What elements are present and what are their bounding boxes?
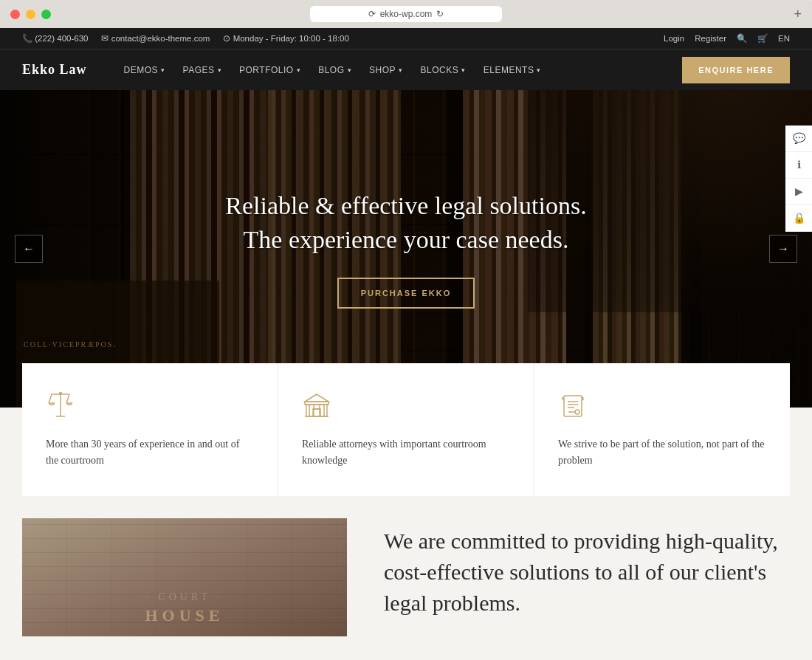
- svg-point-2: [60, 393, 62, 395]
- features-section: More than 30 years of experience in and …: [0, 408, 812, 496]
- browser-window: ⟳ ekko-wp.com ↻ + 📞 (222) 400-630 ✉ cont…: [0, 0, 812, 660]
- new-tab-button[interactable]: +: [794, 7, 802, 22]
- register-link[interactable]: Register: [695, 34, 726, 43]
- email-address: contact@ekko-theme.com: [111, 34, 210, 43]
- hero-next-arrow[interactable]: →: [769, 235, 797, 263]
- feature-card-2: Reliable attorneys with important courtr…: [278, 363, 534, 496]
- hero-section: COLL·VICEPRÆPOS. Reliable & effective le…: [0, 90, 812, 408]
- top-bar-right: Login Register 🔍 🛒 EN: [664, 33, 790, 44]
- hero-prev-arrow[interactable]: ←: [15, 235, 43, 263]
- chevron-down-icon: ▾: [161, 66, 165, 74]
- bottom-title: We are committed to providing high-quali…: [384, 526, 790, 619]
- phone-info: 📞 (222) 400-630: [22, 33, 88, 44]
- info-widget[interactable]: ℹ: [785, 152, 812, 179]
- court-image: · COURT · HOUSE: [22, 518, 347, 636]
- nav-item-elements[interactable]: ELEMENTS ▾: [476, 61, 548, 80]
- nav-item-pages[interactable]: PAGES ▾: [176, 61, 229, 80]
- feature-text-2: Reliable attorneys with important courtr…: [302, 436, 510, 470]
- browser-titlebar: ⟳ ekko-wp.com ↻ +: [0, 0, 812, 28]
- hours-info: ⊙ Monday - Friday: 10:00 - 18:00: [223, 33, 348, 44]
- chevron-down-icon: ▾: [297, 66, 301, 74]
- svg-line-3: [49, 394, 52, 403]
- top-bar-left: 📞 (222) 400-630 ✉ contact@ekko-theme.com…: [22, 33, 349, 44]
- bottom-section: · COURT · HOUSE We are committed to prov…: [0, 518, 812, 636]
- close-button[interactable]: [10, 10, 20, 19]
- browser-content: 📞 (222) 400-630 ✉ contact@ekko-theme.com…: [0, 28, 812, 660]
- nav-item-portfolio[interactable]: PORTFOLIO ▾: [232, 61, 308, 80]
- hero-title: Reliable & effective legal solutions. Th…: [225, 189, 586, 257]
- nav-links: DEMOS ▾ PAGES ▾ PORTFOLIO ▾ BLOG ▾ SHOP: [117, 61, 683, 80]
- hero-content: Reliable & effective legal solutions. Th…: [225, 189, 586, 309]
- chat-widget[interactable]: 💬: [785, 126, 812, 152]
- scroll-icon: [558, 390, 766, 423]
- svg-marker-15: [305, 394, 328, 402]
- court-text-2: HOUSE: [22, 606, 347, 625]
- business-hours: Monday - Friday: 10:00 - 18:00: [233, 34, 349, 43]
- bottom-text: We are committed to providing high-quali…: [384, 518, 790, 619]
- nav-item-blocks[interactable]: BLOCKS ▾: [413, 61, 473, 80]
- feature-text-1: More than 30 years of experience in and …: [46, 436, 254, 470]
- chevron-down-icon: ▾: [218, 66, 222, 74]
- maximize-button[interactable]: [41, 10, 51, 19]
- email-info: ✉ contact@ekko-theme.com: [101, 33, 210, 44]
- feature-card-3: We strive to be part of the solution, no…: [534, 363, 790, 496]
- phone-number: (222) 400-630: [35, 34, 88, 43]
- enquire-button[interactable]: ENQUIRE HERE: [682, 57, 790, 83]
- chevron-down-icon: ▾: [348, 66, 352, 74]
- login-link[interactable]: Login: [664, 34, 684, 43]
- chevron-down-icon: ▾: [537, 66, 541, 74]
- nav-item-shop[interactable]: SHOP ▾: [362, 61, 410, 80]
- feature-text-3: We strive to be part of the solution, no…: [558, 436, 766, 470]
- purchase-button[interactable]: PURCHASE EKKO: [337, 278, 475, 309]
- side-widgets-panel: 💬 ℹ ▶ 🔒: [785, 126, 812, 232]
- reload-icon[interactable]: ⟳: [368, 9, 376, 19]
- phone-icon: 📞: [22, 34, 32, 43]
- email-icon: ✉: [101, 34, 109, 43]
- chevron-down-icon: ▾: [461, 66, 466, 74]
- refresh-icon[interactable]: ↻: [436, 9, 444, 19]
- clock-icon: ⊙: [223, 34, 230, 43]
- scales-icon: [46, 390, 254, 423]
- url-text: ekko-wp.com: [380, 9, 433, 19]
- cart-icon[interactable]: 🛒: [757, 33, 768, 44]
- nav-item-demos[interactable]: DEMOS ▾: [117, 61, 173, 80]
- navbar: Ekko Law DEMOS ▾ PAGES ▾ PORTFOLIO ▾ BLO…: [0, 49, 812, 90]
- address-bar[interactable]: ⟳ ekko-wp.com ↻: [310, 6, 502, 22]
- site-logo[interactable]: Ekko Law: [22, 62, 87, 78]
- search-icon[interactable]: 🔍: [737, 33, 747, 44]
- chevron-down-icon: ▾: [399, 66, 403, 74]
- courthouse-icon: [302, 390, 510, 423]
- svg-line-5: [66, 394, 69, 403]
- minimize-button[interactable]: [26, 10, 35, 19]
- court-text-1: · COURT ·: [22, 591, 347, 603]
- language-selector[interactable]: EN: [778, 34, 790, 43]
- nav-item-blog[interactable]: BLOG ▾: [311, 61, 359, 80]
- play-widget[interactable]: ▶: [785, 179, 812, 205]
- feature-card-1: More than 30 years of experience in and …: [22, 363, 278, 496]
- top-bar: 📞 (222) 400-630 ✉ contact@ekko-theme.com…: [0, 28, 812, 49]
- lock-widget[interactable]: 🔒: [785, 205, 812, 232]
